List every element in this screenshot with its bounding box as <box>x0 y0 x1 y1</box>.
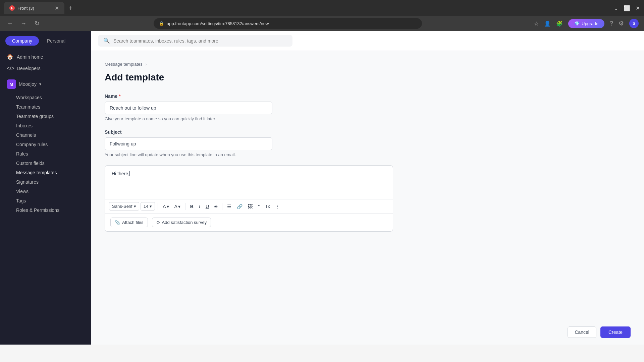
name-section: Name * Give your template a name so you … <box>105 94 380 121</box>
sidebar-item-workspaces[interactable]: Workspaces <box>16 93 91 102</box>
editor-body[interactable]: Hi there, <box>105 166 393 199</box>
bookmark-icon[interactable]: ☆ <box>534 20 539 27</box>
forward-button[interactable]: → <box>19 20 28 27</box>
minimize-icon[interactable]: ⌄ <box>614 5 618 11</box>
font-dropdown-arrow <box>134 204 136 209</box>
url-text: app.frontapp.com/settings/tim:7858132/an… <box>167 21 269 26</box>
admin-home-label: Admin home <box>17 54 43 60</box>
sidebar-item-teammates[interactable]: Teammates <box>16 102 91 112</box>
toolbar-divider-1 <box>158 203 158 210</box>
personal-tab[interactable]: Personal <box>40 36 72 46</box>
highlight-color-button[interactable]: A <box>172 202 182 210</box>
sidebar-item-tags[interactable]: Tags <box>16 196 91 205</box>
company-tab[interactable]: Company <box>5 36 39 46</box>
attach-files-button[interactable]: 📎 Attach files <box>110 218 148 227</box>
search-bar[interactable]: 🔍 <box>98 35 292 47</box>
highlight-icon: A <box>174 204 177 209</box>
help-icon[interactable]: ? <box>610 20 613 27</box>
link-button[interactable]: 🔗 <box>235 202 245 210</box>
add-survey-button[interactable]: ⊙ Add satisfaction survey <box>152 218 211 227</box>
workspace-group[interactable]: M Moodjoy ▾ <box>0 77 91 92</box>
search-container: 🔍 <box>91 31 644 51</box>
diamond-icon: 💎 <box>574 21 580 26</box>
image-button[interactable]: 🖼 <box>246 202 255 210</box>
sidebar-item-company-rules[interactable]: Company rules <box>16 140 91 149</box>
sidebar-item-custom-fields[interactable]: Custom fields <box>16 159 91 168</box>
sidebar-item-rules[interactable]: Rules <box>16 149 91 159</box>
cancel-button[interactable]: Cancel <box>568 326 596 338</box>
required-indicator: * <box>119 94 120 99</box>
toolbar-divider-3 <box>222 203 222 210</box>
size-dropdown-arrow <box>150 204 152 209</box>
quote-button[interactable]: " <box>256 202 262 210</box>
text-color-icon: A <box>163 204 166 209</box>
developers-label: Developers <box>17 66 41 71</box>
subject-input[interactable] <box>105 137 272 150</box>
breadcrumb: Message templates › <box>105 62 380 67</box>
font-family-selector[interactable]: Sans-Serif <box>109 202 139 210</box>
back-button[interactable]: ← <box>5 20 15 27</box>
paperclip-icon: 📎 <box>115 220 120 225</box>
extension-icon[interactable]: 🧩 <box>556 20 563 27</box>
highlight-dropdown-arrow <box>178 204 180 209</box>
maximize-icon[interactable]: ⬜ <box>624 5 630 11</box>
cursor <box>129 171 130 176</box>
name-input[interactable] <box>105 102 272 114</box>
breadcrumb-separator: › <box>145 62 147 67</box>
survey-icon: ⊙ <box>156 220 160 225</box>
page-title: Add template <box>105 72 380 83</box>
name-label: Name * <box>105 94 380 99</box>
font-size-selector[interactable]: 14 <box>141 202 155 210</box>
reload-button[interactable]: ↻ <box>32 20 42 27</box>
url-bar[interactable]: 🔒 app.frontapp.com/settings/tim:7858132/… <box>154 18 422 29</box>
strikethrough-button[interactable]: S <box>212 202 219 210</box>
settings-icon[interactable]: ⚙ <box>619 20 624 27</box>
subject-hint: Your subject line will update when you u… <box>105 152 380 157</box>
workspace-name: Moodjoy <box>19 81 37 87</box>
window-controls: ⌄ ⬜ ✕ <box>614 5 640 11</box>
sidebar-item-inboxes[interactable]: Inboxes <box>16 121 91 130</box>
toolbar-divider-2 <box>185 203 185 210</box>
sidebar-item-admin-home[interactable]: 🏠 Admin home <box>0 51 91 63</box>
content-area: 🔍 Message templates › Add template Name … <box>91 31 644 345</box>
tab-title: Front (3) <box>17 6 34 11</box>
tab-favicon: F <box>9 5 15 11</box>
more-options-button[interactable]: ⋮ <box>273 202 282 210</box>
home-icon: 🏠 <box>7 54 13 60</box>
search-icon: 🔍 <box>103 38 110 44</box>
expand-icon: ▾ <box>39 82 41 86</box>
workspace-badge: M <box>7 79 16 89</box>
editor-container: Hi there, Sans-Serif 14 A <box>105 165 393 232</box>
sidebar-item-channels[interactable]: Channels <box>16 130 91 140</box>
create-button[interactable]: Create <box>600 326 631 338</box>
sidebar-item-roles-permissions[interactable]: Roles & Permissions <box>16 205 91 215</box>
page-content: Message templates › Add template Name * … <box>91 51 393 242</box>
subject-section: Subject Your subject line will update wh… <box>105 129 380 157</box>
underline-button[interactable]: U <box>204 202 211 210</box>
sidebar-item-message-templates[interactable]: Message templates <box>16 168 91 177</box>
sidebar-item-developers[interactable]: </> Developers <box>0 63 91 74</box>
text-color-button[interactable]: A <box>161 202 171 210</box>
editor-footer: 📎 Attach files ⊙ Add satisfaction survey <box>105 213 393 231</box>
profile-icon[interactable]: 👤 <box>544 20 551 27</box>
subject-label: Subject <box>105 129 380 135</box>
workspace-sub-menu: Workspaces Teammates Teammate groups Inb… <box>0 92 91 216</box>
code-icon: </> <box>7 65 13 71</box>
sidebar-item-signatures[interactable]: Signatures <box>16 177 91 187</box>
bold-button[interactable]: B <box>188 202 196 210</box>
breadcrumb-parent-link[interactable]: Message templates <box>105 62 143 67</box>
browser-tab[interactable]: F Front (3) ✕ <box>4 2 64 14</box>
italic-button[interactable]: I <box>197 202 202 210</box>
close-icon[interactable]: ✕ <box>636 5 640 11</box>
clear-format-button[interactable]: Tx <box>263 202 272 210</box>
color-dropdown-arrow <box>167 204 169 209</box>
sidebar-item-views[interactable]: Views <box>16 187 91 196</box>
new-tab-button[interactable]: + <box>68 4 72 12</box>
list-button[interactable]: ☰ <box>225 202 233 210</box>
sidebar-item-teammate-groups[interactable]: Teammate groups <box>16 112 91 121</box>
editor-content: Hi there, <box>112 171 129 176</box>
tab-close-icon[interactable]: ✕ <box>55 5 59 11</box>
user-avatar[interactable]: S <box>629 19 639 28</box>
upgrade-button[interactable]: 💎 Upgrade <box>568 19 604 28</box>
search-input[interactable] <box>113 38 287 44</box>
